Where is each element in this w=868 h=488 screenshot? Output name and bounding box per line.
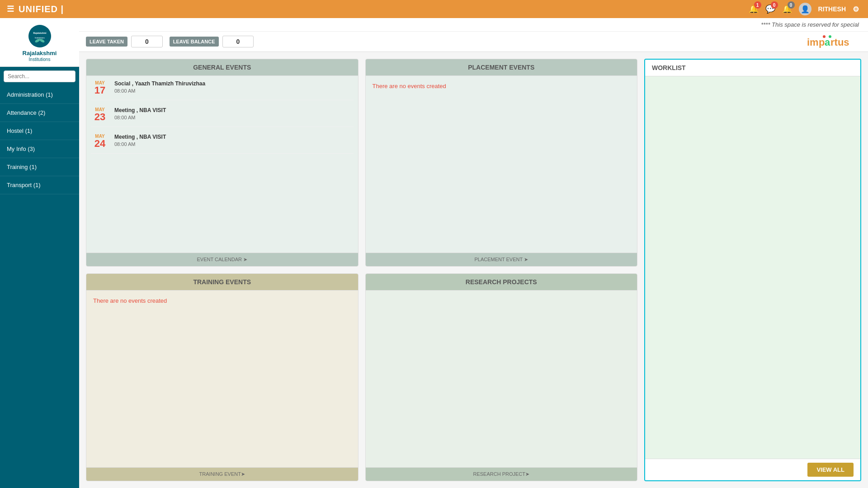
chat-count: 0	[771, 1, 778, 9]
worklist-header: WORKLIST	[645, 60, 860, 76]
leave-balance-item: LEAVE BALANCE 0	[170, 36, 254, 47]
event-info-2: Meeting , NBA VISIT 08:00 AM	[114, 107, 354, 122]
general-events-header: GENERAL EVENTS	[86, 59, 358, 76]
placement-events-body: There are no events created	[366, 76, 637, 253]
settings-icon[interactable]: ⚙	[853, 5, 859, 14]
training-events-body: There are no events created	[86, 291, 358, 467]
event-info-1: Social , Yaazh Thamizh Thiruvizhaa 08:00…	[114, 80, 354, 95]
header-right-icons: 🔔 1 💬 0 🔔 0 👤 RITHESH ⚙	[749, 3, 859, 15]
brand-name: UNIFIED |	[19, 4, 64, 14]
chat-icon-badge[interactable]: 💬 0	[765, 4, 775, 14]
impartus-logo: im p a rtus	[807, 34, 861, 50]
svg-text:Institutions: Institutions	[35, 37, 45, 39]
event-title-1: Social , Yaazh Thamizh Thiruvizhaa	[114, 80, 354, 87]
main-content: **** This space is reserved for special …	[79, 18, 868, 488]
user-name: RITHESH	[818, 5, 846, 13]
search-input[interactable]	[4, 70, 75, 82]
logo-sub: Institutions	[5, 57, 75, 62]
sidebar-item-training[interactable]: Training (1)	[0, 158, 79, 176]
leave-bar: LEAVE TAKEN 0 LEAVE BALANCE 0 im p a rtu…	[79, 32, 868, 52]
sidebar-item-administration[interactable]: Administration (1)	[0, 86, 79, 104]
notification-icon-badge[interactable]: 🔔 1	[749, 4, 759, 14]
worklist-body	[645, 76, 860, 459]
leave-taken-value: 0	[131, 36, 163, 47]
event-date-2: MAY 23	[91, 107, 109, 122]
placement-events-panel: PLACEMENT EVENTS There are no events cre…	[365, 59, 638, 267]
notification-count: 1	[754, 1, 761, 9]
svg-text:p: p	[819, 37, 825, 48]
general-events-panel: GENERAL EVENTS MAY 17 Social , Yaazh Tha…	[86, 59, 359, 267]
hamburger-icon[interactable]: ☰	[7, 4, 14, 14]
placement-no-events: There are no events created	[370, 80, 633, 92]
event-info-3: Meeting , NBA VISIT 08:00 AM	[114, 134, 354, 149]
svg-point-9	[823, 35, 826, 38]
leave-balance-label: LEAVE BALANCE	[170, 37, 219, 47]
worklist-panel: WORKLIST VIEW ALL	[644, 59, 861, 481]
event-time-3: 08:00 AM	[114, 141, 354, 147]
sidebar: Rajalakshmi Institutions Rajalakshmi Ins…	[0, 18, 79, 488]
event-item-2: MAY 23 Meeting , NBA VISIT 08:00 AM	[91, 107, 354, 127]
research-projects-body	[366, 291, 637, 467]
svg-point-10	[829, 35, 831, 38]
layout: Rajalakshmi Institutions Rajalakshmi Ins…	[0, 18, 868, 488]
general-events-body: MAY 17 Social , Yaazh Thamizh Thiruvizha…	[86, 76, 358, 253]
reserve-text: **** This space is reserved for special	[761, 21, 859, 28]
training-events-panel: TRAINING EVENTS There are no events crea…	[86, 273, 359, 481]
sidebar-item-hostel[interactable]: Hostel (1)	[0, 122, 79, 140]
placement-events-header: PLACEMENT EVENTS	[366, 59, 637, 76]
research-projects-panel: RESEARCH PROJECTS RESEARCH PROJECT➤	[365, 273, 638, 481]
svg-text:a: a	[825, 37, 830, 48]
sidebar-logo: Rajalakshmi Institutions Rajalakshmi Ins…	[0, 18, 79, 67]
sidebar-item-attendance[interactable]: Attendance (2)	[0, 104, 79, 122]
bell-icon-badge[interactable]: 🔔 0	[782, 4, 792, 14]
top-panels-row: GENERAL EVENTS MAY 17 Social , Yaazh Tha…	[86, 59, 637, 267]
worklist-footer: VIEW ALL	[645, 459, 860, 480]
event-date-3: MAY 24	[91, 134, 109, 149]
leave-balance-value: 0	[222, 36, 254, 47]
logo-circle: Rajalakshmi Institutions	[28, 25, 51, 47]
left-panels: GENERAL EVENTS MAY 17 Social , Yaazh Tha…	[86, 59, 637, 481]
event-item-1: MAY 17 Social , Yaazh Thamizh Thiruvizha…	[91, 80, 354, 100]
svg-text:im: im	[807, 37, 819, 48]
view-all-button[interactable]: VIEW ALL	[807, 463, 854, 477]
event-time-1: 08:00 AM	[114, 88, 354, 94]
event-date-1: MAY 17	[91, 80, 109, 95]
avatar: 👤	[799, 3, 811, 15]
sidebar-menu: Administration (1) Attendance (2) Hostel…	[0, 86, 79, 488]
bottom-panels-row: TRAINING EVENTS There are no events crea…	[86, 273, 637, 481]
training-events-footer[interactable]: TRAINING EVENT➤	[86, 467, 358, 481]
bell-count: 0	[788, 1, 795, 9]
research-projects-header: RESEARCH PROJECTS	[366, 274, 637, 291]
event-day-1: 17	[91, 85, 109, 95]
research-projects-footer[interactable]: RESEARCH PROJECT➤	[366, 467, 637, 481]
placement-events-footer[interactable]: PLACEMENT EVENT ➤	[366, 253, 637, 266]
training-no-events: There are no events created	[91, 295, 354, 306]
search-box	[0, 67, 79, 86]
training-events-header: TRAINING EVENTS	[86, 274, 358, 291]
event-title-3: Meeting , NBA VISIT	[114, 134, 354, 140]
reserve-banner: **** This space is reserved for special	[79, 18, 868, 32]
logo-name: Rajalakshmi	[5, 50, 75, 57]
impartus-svg: im p a rtus	[807, 34, 861, 50]
top-header: ☰ UNIFIED | 🔔 1 💬 0 🔔 0 👤 RITHESH ⚙	[0, 0, 868, 18]
leave-taken-label: LEAVE TAKEN	[86, 37, 127, 47]
sidebar-item-transport[interactable]: Transport (1)	[0, 176, 79, 194]
event-title-2: Meeting , NBA VISIT	[114, 107, 354, 113]
general-events-footer[interactable]: EVENT CALENDAR ➤	[86, 253, 358, 266]
svg-text:rtus: rtus	[830, 37, 849, 48]
svg-text:Rajalakshmi: Rajalakshmi	[33, 32, 47, 34]
event-day-3: 24	[91, 139, 109, 149]
dashboard-grid: GENERAL EVENTS MAY 17 Social , Yaazh Tha…	[79, 52, 868, 488]
event-day-2: 23	[91, 112, 109, 122]
event-time-2: 08:00 AM	[114, 115, 354, 120]
sidebar-item-myinfo[interactable]: My Info (3)	[0, 140, 79, 158]
event-item-3: MAY 24 Meeting , NBA VISIT 08:00 AM	[91, 134, 354, 154]
svg-point-0	[29, 25, 51, 47]
leave-taken-item: LEAVE TAKEN 0	[86, 36, 163, 47]
